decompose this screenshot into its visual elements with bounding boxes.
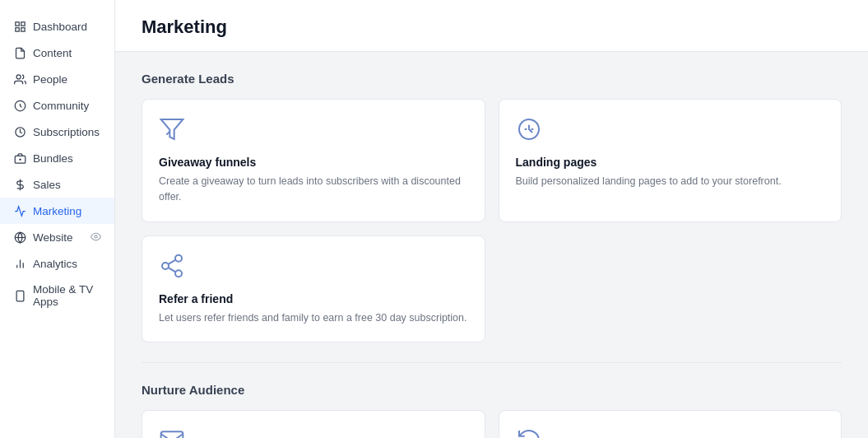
- people-icon: [13, 72, 26, 86]
- sidebar-item-marketing[interactable]: Marketing: [0, 198, 114, 224]
- sidebar-item-subscriptions[interactable]: Subscriptions: [0, 119, 114, 145]
- svg-point-20: [175, 254, 182, 261]
- email-broadcasts-card[interactable]: Email Broadcasts Send segmented emails t…: [142, 410, 485, 438]
- marketing-icon: [13, 204, 26, 217]
- giveaway-funnels-card[interactable]: Giveaway funnels Create a giveaway to tu…: [142, 99, 485, 222]
- nurture-audience-cards: Email Broadcasts Send segmented emails t…: [142, 410, 842, 438]
- sidebar-label-bundles: Bundles: [33, 152, 73, 165]
- sidebar-item-people[interactable]: People: [0, 66, 114, 92]
- landing-pages-desc: Build personalized landing pages to add …: [516, 174, 825, 189]
- email-icon: [159, 427, 188, 438]
- analytics-icon: [13, 257, 26, 270]
- refer-friend-card[interactable]: Refer a friend Let users refer friends a…: [142, 235, 485, 343]
- svg-rect-0: [15, 21, 18, 25]
- website-badge: [91, 231, 101, 244]
- community-icon: [13, 99, 26, 112]
- landing-pages-card[interactable]: Landing pages Build personalized landing…: [499, 99, 842, 222]
- sidebar-label-sales: Sales: [33, 179, 61, 191]
- svg-line-24: [168, 259, 175, 263]
- grid-icon: [13, 20, 26, 33]
- refer-friend-title: Refer a friend: [159, 292, 468, 305]
- svg-point-4: [16, 74, 21, 78]
- nurture-audience-title: Nurture Audience: [142, 383, 842, 397]
- sidebar-label-website: Website: [33, 231, 73, 244]
- page-header: Marketing: [115, 0, 868, 52]
- sidebar-label-dashboard: Dashboard: [33, 21, 87, 33]
- subscriptions-icon: [13, 125, 26, 138]
- refer-friend-desc: Let users refer friends and family to ea…: [159, 310, 468, 326]
- sidebar-label-people: People: [33, 73, 67, 86]
- svg-point-22: [175, 270, 182, 277]
- main-content-area: Marketing Generate Leads Giveaway funnel…: [115, 0, 868, 438]
- upsell-icon: [516, 427, 545, 438]
- subscription-upsell-card[interactable]: Subscription upsell Offer users a discou…: [499, 410, 842, 438]
- generate-leads-section: Generate Leads Giveaway funnels Create a…: [142, 72, 842, 342]
- funnel-icon: [159, 116, 188, 146]
- sidebar-item-sales[interactable]: Sales: [0, 171, 114, 198]
- sidebar-label-community: Community: [33, 100, 89, 112]
- svg-rect-2: [15, 27, 18, 30]
- website-icon: [13, 231, 26, 244]
- sidebar-item-mobile-tv[interactable]: Mobile & TV Apps: [0, 277, 114, 315]
- svg-rect-3: [21, 27, 24, 30]
- landing-icon: [516, 116, 545, 146]
- svg-point-21: [162, 263, 169, 269]
- sidebar-item-community[interactable]: Community: [0, 92, 114, 119]
- svg-rect-1: [21, 21, 24, 25]
- generate-leads-title: Generate Leads: [142, 72, 842, 86]
- nurture-audience-section: Nurture Audience Email Broadcasts Send s…: [142, 383, 842, 438]
- sidebar-item-analytics[interactable]: Analytics: [0, 250, 114, 277]
- sidebar-label-analytics: Analytics: [33, 258, 77, 270]
- landing-pages-title: Landing pages: [516, 156, 825, 169]
- sidebar-label-marketing: Marketing: [33, 205, 81, 217]
- giveaway-funnels-title: Giveaway funnels: [159, 156, 468, 169]
- sidebar-item-dashboard[interactable]: Dashboard: [0, 13, 114, 40]
- section-divider: [142, 362, 842, 363]
- sales-icon: [13, 178, 26, 191]
- mobile-icon: [13, 289, 26, 302]
- bundles-icon: [13, 151, 26, 165]
- sidebar-label-subscriptions: Subscriptions: [33, 126, 100, 138]
- sidebar-item-bundles[interactable]: Bundles: [0, 145, 114, 171]
- sidebar-label-mobile-tv: Mobile & TV Apps: [33, 283, 101, 308]
- sidebar-label-content: Content: [33, 47, 72, 59]
- file-icon: [13, 46, 26, 59]
- svg-line-23: [168, 268, 175, 272]
- sidebar: Dashboard Content People Community Subsc…: [0, 0, 115, 438]
- generate-leads-cards: Giveaway funnels Create a giveaway to tu…: [142, 99, 842, 342]
- giveaway-funnels-desc: Create a giveaway to turn leads into sub…: [159, 174, 468, 205]
- page-title: Marketing: [142, 16, 842, 38]
- svg-point-13: [95, 235, 97, 237]
- sidebar-item-website[interactable]: Website: [0, 224, 114, 250]
- sidebar-item-content[interactable]: Content: [0, 40, 114, 66]
- marketing-content: Generate Leads Giveaway funnels Create a…: [115, 52, 868, 438]
- refer-icon: [159, 253, 188, 282]
